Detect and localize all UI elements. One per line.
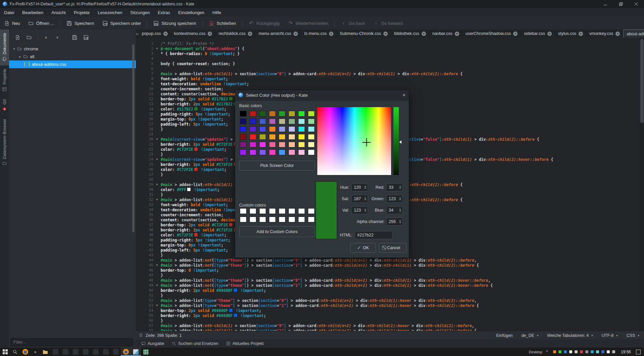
basic-color-swatch[interactable] — [240, 134, 247, 140]
tray-icon[interactable] — [558, 350, 561, 353]
code-line[interactable]: 3* { border-radius: 0 !important; } — [136, 51, 644, 56]
code-line[interactable]: 58#main > addon-list:nth-child(1) > sect… — [136, 328, 644, 331]
basic-color-swatch[interactable] — [250, 149, 256, 155]
tab-close-icon[interactable]: × — [547, 32, 552, 36]
code-line[interactable]: 53▼#main > addon-list[type="theme"] > se… — [136, 303, 644, 308]
code-line[interactable]: 1/* Profil: Fx-Proton */ — [136, 41, 644, 46]
basic-color-swatch[interactable] — [279, 111, 285, 117]
value-slider[interactable] — [393, 107, 399, 175]
sidebar-tab-dokumente[interactable]: Dokumente — [0, 30, 9, 65]
toolbar-button-speichern[interactable]: Speichern — [62, 18, 98, 28]
menu-item-ansicht[interactable]: Ansicht — [47, 8, 70, 17]
tray-icon[interactable] — [596, 350, 599, 353]
bottom-panel-suchen-und-ersetzen[interactable]: Suchen und Ersetzen — [169, 340, 221, 347]
code-line[interactable]: 54border-top: 2px solid #0060DF !importa… — [136, 308, 644, 313]
taskbar-search-icon[interactable] — [10, 348, 20, 356]
taskbar-app-icon[interactable] — [91, 348, 101, 356]
tab-close-icon[interactable]: × — [383, 32, 388, 36]
fold-marker-icon[interactable]: ▼ — [153, 284, 161, 287]
code-line[interactable]: 57#main > addon-list:nth-child(1) > sect… — [136, 323, 644, 328]
tree-scrollbar[interactable] — [132, 44, 135, 232]
basic-color-swatch[interactable] — [288, 149, 295, 155]
menu-item-hilfe[interactable]: Hilfe — [208, 8, 225, 17]
fold-marker-icon[interactable]: ▼ — [153, 198, 161, 201]
fold-marker-icon[interactable]: ▼ — [153, 304, 161, 307]
basic-color-swatch[interactable] — [308, 111, 315, 117]
taskbar-app-icon[interactable] — [50, 348, 60, 356]
basic-color-swatch[interactable] — [298, 111, 305, 117]
ok-button[interactable]: ✓OK — [350, 243, 376, 253]
custom-color-swatch[interactable] — [288, 217, 295, 222]
tab-sidebar-css[interactable]: sidebar.css× — [521, 30, 555, 38]
basic-color-swatch[interactable] — [250, 142, 256, 147]
basic-color-swatch[interactable] — [240, 142, 247, 147]
tab-close-icon[interactable]: × — [513, 32, 518, 36]
spinner-arrows-icon[interactable]: ▲▼ — [398, 197, 402, 201]
basic-color-swatch[interactable] — [279, 134, 285, 140]
tree-item-alt[interactable]: ▸alt — [9, 53, 136, 60]
basic-color-swatch[interactable] — [308, 119, 315, 124]
close-button[interactable] — [629, 0, 644, 8]
spinner-arrows-icon[interactable]: ▲▼ — [398, 208, 402, 212]
basic-color-swatch[interactable] — [298, 149, 305, 155]
expander-icon[interactable]: ▾ — [12, 47, 16, 51]
tree-item-chrome[interactable]: ▾chrome — [9, 45, 136, 53]
basic-color-swatch[interactable] — [269, 119, 276, 124]
tab-close-icon[interactable]: × — [329, 32, 333, 36]
menu-item-bearbeiten[interactable]: Bearbeiten — [18, 8, 47, 17]
basic-color-swatch[interactable] — [259, 126, 266, 132]
expander-icon[interactable]: ▸ — [18, 55, 22, 58]
tree-toolbar-new-file-icon[interactable] — [12, 33, 22, 42]
taskbar-app-icon[interactable] — [60, 348, 70, 356]
basic-color-swatch[interactable] — [250, 126, 256, 132]
code-line[interactable]: 45▼#main > addon-list:not([type="theme"]… — [136, 263, 644, 268]
custom-color-swatch[interactable] — [250, 208, 256, 214]
insert-mode[interactable]: Einfügen — [496, 333, 513, 338]
code-line[interactable]: 4 — [136, 56, 644, 61]
sidebar-tab-git[interactable]: Git — [0, 96, 9, 116]
tree-toolbar-save-icon[interactable] — [69, 33, 79, 42]
code-line[interactable]: 8font-weight: bold !important; — [136, 76, 644, 81]
tab-mode-select[interactable]: Weiche Tabulatoren: 4▾ — [547, 333, 593, 338]
code-line[interactable]: 50border-right: 2px solid #0060DF !impor… — [136, 288, 644, 293]
fold-marker-icon[interactable]: ▼ — [153, 158, 161, 161]
kate-active-app[interactable] — [131, 348, 141, 356]
bottom-panel-aktuelles-projekt[interactable]: Aktuelles Projekt — [224, 340, 266, 347]
tray-icon[interactable] — [575, 350, 578, 353]
tab-kontextmenu-css[interactable]: kontextmenu.css× — [171, 30, 216, 38]
highlight-select[interactable]: CSS▾ — [627, 333, 639, 338]
basic-color-swatch[interactable] — [298, 126, 305, 132]
basic-color-swatch[interactable] — [269, 142, 276, 147]
custom-color-swatch[interactable] — [279, 208, 285, 214]
taskbar-overflow-chevron[interactable]: » — [30, 348, 40, 356]
editor-scrollbar-thumb[interactable] — [640, 39, 644, 123]
menu-item-extras[interactable]: Extras — [154, 8, 174, 17]
code-line[interactable]: 51} — [136, 293, 644, 298]
basic-color-swatch[interactable] — [259, 149, 266, 155]
basic-color-swatch[interactable] — [288, 111, 295, 117]
code-line[interactable]: 56} — [136, 318, 644, 323]
start-button[interactable] — [0, 348, 10, 356]
tab-vmonkey-css[interactable]: vmonkey.css× — [586, 30, 623, 38]
custom-color-swatch[interactable] — [269, 217, 276, 222]
tree-toolbar-down-icon[interactable]: ∨ — [52, 33, 62, 42]
code-line[interactable]: 5body { counter-reset: section; } — [136, 61, 644, 66]
code-line[interactable]: 9text-decoration: underline !important; — [136, 81, 644, 86]
tab-submenu-chronik-css[interactable]: Submenu-Chronik.css× — [337, 30, 391, 38]
notification-icon[interactable] — [636, 350, 641, 354]
dialog-close-icon[interactable]: × — [402, 92, 406, 98]
value-slider-handle[interactable] — [399, 140, 401, 144]
spinner-arrows-icon[interactable]: ▲▼ — [398, 185, 402, 189]
firefox-active-app[interactable] — [121, 348, 131, 356]
dictionary-select[interactable]: de_DE▾ — [522, 333, 539, 338]
basic-color-swatch[interactable] — [269, 126, 276, 132]
tray-icon[interactable] — [569, 350, 572, 353]
toolbar-button-öffnen[interactable]: Öffnen ... — [24, 18, 58, 28]
basic-color-swatch[interactable] — [259, 119, 266, 124]
code-line[interactable]: 47} — [136, 273, 644, 278]
dialog-title-bar[interactable]: Select Color (Hex output) - Kate × — [235, 90, 409, 100]
maximize-button[interactable] — [613, 0, 629, 8]
tree-toolbar-up-icon[interactable]: ∧ — [41, 33, 51, 42]
tab-close-icon[interactable]: × — [293, 32, 298, 36]
cancel-button[interactable]: ⃠Cancel — [379, 243, 407, 253]
